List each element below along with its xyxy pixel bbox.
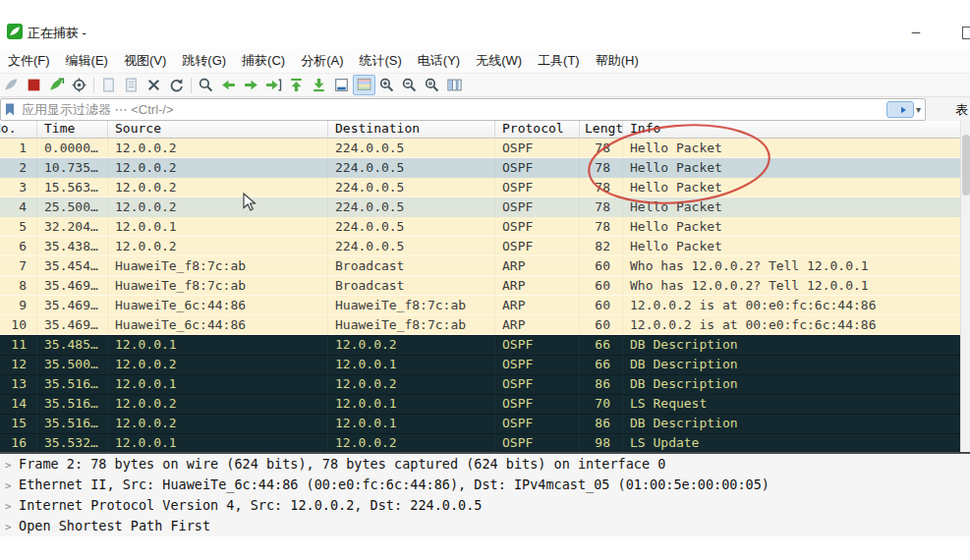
packet-row-11[interactable]: 1135.485…12.0.0.112.0.0.2OSPF66DB Descri…: [0, 335, 970, 355]
close-file-icon[interactable]: [143, 75, 165, 95]
cell-source: 12.0.0.2: [108, 158, 328, 178]
packet-row-1[interactable]: 10.0000…12.0.0.2224.0.0.5OSPF78Hello Pac…: [0, 139, 970, 158]
capture-options-icon[interactable]: [68, 75, 90, 95]
packet-row-12[interactable]: 1235.500…12.0.0.212.0.0.1OSPF66DB Descri…: [0, 355, 970, 374]
column-header-info[interactable]: Info: [623, 121, 970, 138]
go-forward-icon[interactable]: [240, 75, 262, 95]
cell-protocol: ARP: [495, 256, 580, 276]
packet-row-8[interactable]: 835.469…HuaweiTe_f8:7c:abBroadcastARP60W…: [0, 276, 970, 296]
cell-source: HuaweiTe_f8:7c:ab: [108, 276, 328, 296]
cell-info: Hello Packet: [623, 237, 970, 256]
colorize-icon[interactable]: [353, 75, 375, 95]
go-to-packet-icon[interactable]: [262, 75, 285, 95]
detail-line-2[interactable]: >Ethernet II, Src: HuaweiTe_6c:44:86 (00…: [0, 475, 970, 495]
stop-capture-icon[interactable]: [23, 75, 45, 95]
maximize-button[interactable]: [962, 27, 970, 39]
packet-row-4[interactable]: 425.500…12.0.0.2224.0.0.5OSPF78Hello Pac…: [0, 197, 970, 217]
display-filter-input[interactable]: [18, 100, 886, 119]
packet-row-9[interactable]: 935.469…HuaweiTe_6c:44:86HuaweiTe_f8:7c:…: [0, 296, 970, 315]
cell-info: DB Description: [623, 414, 970, 433]
scrollbar-thumb[interactable]: [962, 135, 970, 196]
start-capture-icon[interactable]: [0, 75, 23, 95]
zoom-reset-icon[interactable]: [421, 75, 443, 95]
filter-bar: ▾ 表: [0, 97, 970, 121]
packet-row-2[interactable]: 210.735…12.0.0.2224.0.0.5OSPF78Hello Pac…: [0, 158, 970, 178]
menu-item-1[interactable]: 文件(F): [0, 49, 58, 73]
cell-info: 12.0.0.2 is at 00:e0:fc:6c:44:86: [623, 296, 970, 315]
filter-dropdown-caret-icon[interactable]: ▾: [916, 104, 921, 115]
cell-protocol: OSPF: [495, 217, 580, 237]
detail-line-4[interactable]: >Open Shortest Path First: [0, 516, 970, 536]
packet-row-6[interactable]: 635.438…12.0.0.2224.0.0.5OSPF82Hello Pac…: [0, 237, 970, 256]
detail-line-3[interactable]: >Internet Protocol Version 4, Src: 12.0.…: [0, 495, 970, 516]
cell-protocol: OSPF: [495, 158, 580, 178]
find-packet-icon[interactable]: [195, 75, 217, 95]
save-file-icon[interactable]: [120, 75, 143, 95]
expander-icon[interactable]: >: [5, 476, 19, 495]
cell-length: 60: [580, 315, 623, 335]
menu-item-6[interactable]: 分析(A): [293, 49, 351, 73]
cell-source: 12.0.0.2: [108, 237, 328, 256]
cell-length: 86: [580, 374, 623, 394]
apply-filter-button[interactable]: [886, 101, 914, 118]
column-header-protocol[interactable]: Protocol: [495, 121, 580, 138]
packet-row-10[interactable]: 1035.469…HuaweiTe_6c:44:86HuaweiTe_f8:7c…: [0, 315, 970, 335]
wireshark-window: 正在捕获 - – 文件(F)编辑(E)视图(V)跳转(G)捕获(C)分析(A)统…: [0, 0, 970, 560]
cell-info: Hello Packet: [623, 197, 970, 217]
expression-button[interactable]: 表: [955, 101, 968, 119]
cell-source: 12.0.0.1: [108, 374, 328, 394]
cell-no: 7: [0, 256, 37, 276]
menu-item-9[interactable]: 无线(W): [468, 49, 530, 73]
zoom-in-icon[interactable]: [375, 75, 398, 95]
menu-item-7[interactable]: 统计(S): [351, 49, 409, 73]
go-back-icon[interactable]: [217, 75, 240, 95]
expander-icon[interactable]: >: [5, 517, 19, 536]
menu-item-10[interactable]: 工具(T): [530, 49, 588, 73]
cell-no: 6: [0, 237, 37, 256]
column-header-destination[interactable]: Destination: [328, 121, 495, 138]
menu-item-5[interactable]: 捕获(C): [234, 49, 293, 73]
go-bottom-icon[interactable]: [308, 75, 330, 95]
cell-time: 35.500…: [37, 355, 108, 374]
vertical-scrollbar[interactable]: [960, 121, 970, 452]
menu-item-2[interactable]: 编辑(E): [58, 49, 116, 73]
column-header-source[interactable]: Source: [108, 121, 328, 138]
zoom-out-icon[interactable]: [398, 75, 421, 95]
cell-no: 11: [0, 335, 37, 355]
reload-icon[interactable]: [165, 75, 188, 95]
detail-line-text: Ethernet II, Src: HuaweiTe_6c:44:86 (00:…: [19, 476, 770, 492]
cell-destination: 224.0.0.5: [328, 178, 495, 197]
detail-line-1[interactable]: >Frame 2: 78 bytes on wire (624 bits), 7…: [0, 454, 970, 475]
minimize-button[interactable]: –: [902, 20, 930, 45]
auto-scroll-icon[interactable]: [330, 75, 353, 95]
cell-destination: 224.0.0.5: [328, 197, 495, 217]
column-header-length[interactable]: Lengt: [580, 121, 623, 138]
packet-row-14[interactable]: 1435.516…12.0.0.212.0.0.1OSPF70LS Reques…: [0, 394, 970, 414]
menu-item-4[interactable]: 跳转(G): [174, 49, 234, 73]
display-filter-field[interactable]: ▾: [0, 98, 926, 121]
go-top-icon[interactable]: [285, 75, 308, 95]
column-header-time[interactable]: Time: [37, 121, 108, 138]
packet-row-7[interactable]: 735.454…HuaweiTe_f8:7c:abBroadcastARP60W…: [0, 256, 970, 276]
packet-row-16[interactable]: 1635.532…12.0.0.112.0.0.2OSPF98LS Update: [0, 433, 970, 453]
column-header-no[interactable]: No.: [0, 121, 37, 138]
cell-time: 35.485…: [37, 335, 108, 355]
menu-item-8[interactable]: 电话(Y): [410, 49, 468, 73]
menu-item-3[interactable]: 视图(V): [116, 49, 174, 73]
cell-source: HuaweiTe_6c:44:86: [108, 296, 328, 315]
filter-bookmark-icon[interactable]: [3, 102, 18, 117]
packet-row-15[interactable]: 1535.516…12.0.0.212.0.0.1OSPF86DB Descri…: [0, 414, 970, 433]
detail-line-text: Open Shortest Path First: [19, 518, 210, 533]
restart-capture-icon[interactable]: [45, 75, 68, 95]
menu-item-11[interactable]: 帮助(H): [588, 49, 647, 73]
cell-protocol: ARP: [495, 315, 580, 335]
packet-row-5[interactable]: 532.204…12.0.0.1224.0.0.5OSPF78Hello Pac…: [0, 217, 970, 237]
cell-source: HuaweiTe_6c:44:86: [108, 315, 328, 335]
expander-icon[interactable]: >: [5, 496, 19, 516]
packet-row-13[interactable]: 1335.516…12.0.0.112.0.0.2OSPF86DB Descri…: [0, 374, 970, 394]
resize-columns-icon[interactable]: [443, 75, 466, 95]
packet-row-3[interactable]: 315.563…12.0.0.2224.0.0.5OSPF78Hello Pac…: [0, 178, 970, 197]
cell-no: 3: [0, 178, 37, 197]
expander-icon[interactable]: >: [5, 455, 19, 475]
open-file-icon[interactable]: [97, 75, 120, 95]
